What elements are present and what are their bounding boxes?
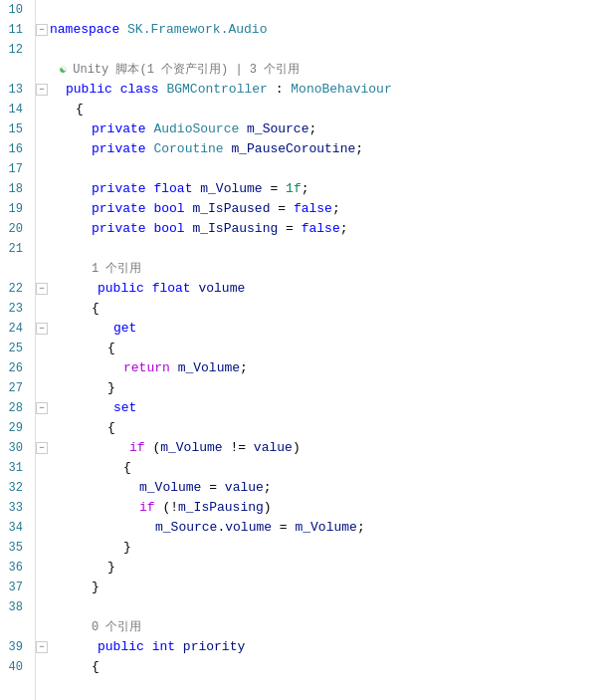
token-field: value	[225, 480, 264, 495]
token-plain: ;	[308, 121, 316, 136]
collapse-button[interactable]: −	[36, 24, 48, 36]
line-gutter: −	[36, 279, 50, 299]
line-gutter: −	[36, 80, 50, 100]
code-content: get	[50, 319, 136, 339]
line-number: 10	[0, 0, 27, 20]
line-number: 37	[0, 578, 27, 597]
code-line: m_Source.volume = m_Volume;	[36, 518, 608, 538]
token-kw: public	[98, 281, 144, 296]
token-kw: public	[98, 639, 144, 654]
token-kw: bool	[153, 221, 184, 236]
code-line: }	[36, 538, 608, 558]
token-field: m_Source	[155, 520, 217, 535]
line-number: 14	[0, 100, 27, 119]
code-line: private bool m_IsPaused = false;	[36, 199, 608, 219]
line-number: 21	[0, 239, 27, 259]
line-number: 36	[0, 558, 27, 578]
code-line	[36, 597, 608, 617]
line-gutter	[36, 378, 44, 398]
line-number: 25	[0, 339, 27, 358]
line-number: 27	[0, 378, 27, 398]
code-line	[36, 40, 608, 60]
line-numbers-gutter: 1011121314151617181920212223242526272829…	[0, 0, 36, 700]
token-field: m_Volume	[160, 440, 222, 455]
token-plain: ;	[240, 360, 248, 375]
line-number: 31	[0, 458, 27, 478]
code-line: }	[36, 558, 608, 578]
code-line: private AudioSource m_Source;	[36, 119, 608, 139]
code-line	[36, 239, 608, 259]
line-number: 12	[0, 40, 27, 60]
line-number: 17	[0, 159, 27, 179]
token-kw: private	[92, 141, 146, 156]
collapse-button[interactable]: −	[36, 402, 48, 414]
code-content: public class BGMController : MonoBehavio…	[50, 80, 392, 100]
code-line: −if (m_Volume != value)	[36, 438, 608, 458]
token-plain: =	[270, 201, 293, 216]
code-line: −public int priority	[36, 637, 608, 657]
token-plain: {	[107, 420, 115, 435]
token-plain: ;	[340, 221, 348, 236]
line-gutter	[36, 119, 44, 139]
token-plain: }	[123, 540, 131, 555]
token-plain	[144, 639, 152, 654]
token-plain: =	[278, 221, 301, 236]
token-kw-ctrl: return	[123, 360, 170, 375]
token-prop: priority	[183, 639, 245, 654]
code-line: private Coroutine m_PauseCoroutine;	[36, 139, 608, 159]
token-kw: namespace	[50, 22, 119, 37]
token-field: m_IsPausing	[178, 500, 264, 515]
collapse-button[interactable]: −	[36, 84, 48, 96]
token-cls: MonoBehaviour	[291, 82, 391, 97]
code-line: −public class BGMController : MonoBehavi…	[36, 80, 608, 100]
token-plain: ;	[332, 201, 340, 216]
code-line: }	[36, 378, 608, 398]
line-number: 18	[0, 179, 27, 199]
line-gutter	[36, 40, 44, 60]
token-kw: int	[152, 639, 175, 654]
token-plain: )	[293, 440, 301, 455]
code-line: m_Volume = value;	[36, 478, 608, 498]
token-field: m_PauseCoroutine	[231, 141, 355, 156]
collapse-button[interactable]: −	[36, 323, 48, 335]
line-gutter: −	[36, 398, 50, 418]
line-number: 23	[0, 299, 27, 319]
code-line: {	[36, 100, 608, 119]
token-kw: private	[92, 121, 146, 136]
line-number: 16	[0, 139, 27, 159]
token-cls: Coroutine	[153, 141, 223, 156]
token-plain	[175, 639, 183, 654]
token-plain	[144, 281, 152, 296]
code-content: }	[44, 538, 131, 558]
token-field: m_IsPaused	[192, 201, 270, 216]
token-kw-ctrl: if	[129, 440, 145, 455]
line-gutter	[36, 100, 44, 119]
code-line: private float m_Volume = 1f;	[36, 179, 608, 199]
line-gutter	[36, 219, 44, 239]
token-field: m_Volume	[178, 360, 240, 375]
code-hint-text: 0 个引用	[92, 617, 141, 637]
collapse-button[interactable]: −	[36, 641, 48, 653]
token-plain	[119, 22, 127, 37]
code-content: return m_Volume;	[44, 358, 248, 378]
token-plain: =	[272, 520, 295, 535]
token-plain: ;	[355, 141, 363, 156]
line-number: 29	[0, 418, 27, 438]
collapse-button[interactable]: −	[36, 442, 48, 454]
code-content: {	[44, 657, 100, 677]
token-plain: :	[268, 82, 291, 97]
line-number: 28	[0, 398, 27, 418]
line-number: 15	[0, 119, 27, 139]
line-gutter	[36, 358, 44, 378]
token-kw: public	[66, 82, 112, 97]
token-plain: }	[92, 580, 100, 594]
line-gutter	[36, 558, 44, 578]
code-line	[36, 0, 608, 20]
line-number: 38	[0, 597, 27, 617]
code-line: −get	[36, 319, 608, 339]
code-line: −namespace SK.Framework.Audio	[36, 20, 608, 40]
code-content: if (m_Volume != value)	[50, 438, 301, 458]
token-plain: }	[107, 380, 115, 395]
collapse-button[interactable]: −	[36, 283, 48, 295]
token-ns-name: SK.Framework.Audio	[127, 22, 267, 37]
